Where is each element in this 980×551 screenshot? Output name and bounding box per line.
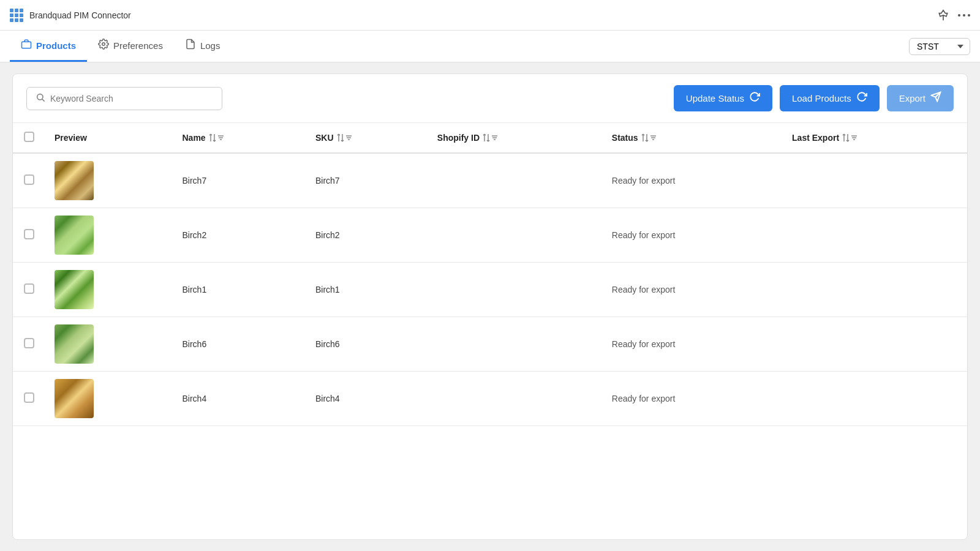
table-body: Birch7 Birch7 Ready for export Birch2 Bi…	[13, 153, 967, 426]
col-last-export: Last Export	[782, 123, 967, 153]
svg-line-7	[42, 99, 45, 102]
svg-rect-4	[22, 42, 31, 48]
update-status-label: Update Status	[686, 93, 744, 103]
load-products-button[interactable]: Load Products	[780, 85, 880, 111]
export-label: Export	[899, 93, 925, 103]
products-panel: Update Status Load Products	[12, 73, 968, 540]
svg-point-1	[958, 14, 960, 17]
row-preview-cell	[45, 372, 172, 426]
search-box[interactable]	[26, 87, 222, 110]
search-input[interactable]	[50, 94, 213, 103]
row-name-cell: Birch6	[172, 317, 305, 372]
topbar-left: Brandquad PIM Connector	[10, 9, 131, 22]
row-name-cell: Birch4	[172, 372, 305, 426]
svg-point-5	[102, 43, 105, 46]
row-status-cell: Ready for export	[602, 153, 782, 208]
svg-point-3	[968, 14, 970, 17]
select-all-checkbox[interactable]	[24, 132, 34, 142]
name-sort-filter[interactable]	[209, 133, 224, 142]
tab-products[interactable]: Products	[10, 31, 87, 62]
row-last-export-cell	[782, 208, 967, 263]
products-table-container: Preview Name	[13, 123, 967, 539]
products-table: Preview Name	[13, 123, 967, 426]
table-row: Birch4 Birch4 Ready for export	[13, 372, 967, 426]
table-row: Birch6 Birch6 Ready for export	[13, 317, 967, 372]
row-status-cell: Ready for export	[602, 317, 782, 372]
row-checkbox-cell	[13, 317, 45, 372]
update-status-icon	[749, 91, 760, 105]
toolbar-actions: Update Status Load Products	[674, 85, 954, 111]
col-status: Status	[602, 123, 782, 153]
tab-logs-label: Logs	[200, 40, 221, 51]
products-tab-icon	[21, 39, 32, 52]
tab-logs[interactable]: Logs	[174, 31, 232, 62]
row-sku-cell: Birch4	[306, 372, 428, 426]
row-sku-cell: Birch7	[306, 153, 428, 208]
product-thumbnail	[55, 270, 94, 309]
product-thumbnail	[55, 324, 94, 364]
export-icon	[930, 91, 941, 105]
col-checkbox	[13, 123, 45, 153]
topbar-right	[937, 9, 970, 21]
row-preview-cell	[45, 263, 172, 317]
col-preview: Preview	[45, 123, 172, 153]
row-checkbox-cell	[13, 153, 45, 208]
toolbar: Update Status Load Products	[13, 74, 967, 123]
nav-store-selector[interactable]: STST	[909, 31, 970, 62]
col-sku: SKU	[306, 123, 428, 153]
tab-preferences[interactable]: Preferences	[87, 31, 174, 62]
row-last-export-cell	[782, 263, 967, 317]
row-last-export-cell	[782, 372, 967, 426]
row-checkbox[interactable]	[24, 283, 34, 294]
shopify-id-sort-filter[interactable]	[483, 133, 498, 142]
store-dropdown[interactable]: STST	[909, 38, 970, 55]
row-shopify-id-cell	[428, 263, 602, 317]
row-checkbox[interactable]	[24, 338, 34, 348]
row-name-cell: Birch2	[172, 208, 305, 263]
row-checkbox[interactable]	[24, 229, 34, 239]
svg-point-6	[37, 94, 43, 99]
row-name-cell: Birch7	[172, 153, 305, 208]
row-checkbox[interactable]	[24, 392, 34, 403]
app-grid-icon	[10, 9, 23, 22]
more-options-button[interactable]	[958, 14, 970, 17]
product-thumbnail	[55, 161, 94, 200]
table-row: Birch2 Birch2 Ready for export	[13, 208, 967, 263]
table-row: Birch1 Birch1 Ready for export	[13, 263, 967, 317]
search-icon	[36, 92, 45, 105]
row-shopify-id-cell	[428, 208, 602, 263]
row-last-export-cell	[782, 153, 967, 208]
row-name-cell: Birch1	[172, 263, 305, 317]
tab-products-label: Products	[36, 40, 76, 51]
status-sort-filter[interactable]	[641, 133, 657, 142]
logs-tab-icon	[185, 39, 196, 52]
main-content: Update Status Load Products	[0, 62, 980, 551]
export-button[interactable]: Export	[887, 85, 954, 111]
row-status-cell: Ready for export	[602, 208, 782, 263]
last-export-sort-filter[interactable]	[842, 133, 858, 142]
row-checkbox-cell	[13, 263, 45, 317]
row-last-export-cell	[782, 317, 967, 372]
topbar: Brandquad PIM Connector	[0, 0, 980, 31]
row-preview-cell	[45, 153, 172, 208]
row-shopify-id-cell	[428, 153, 602, 208]
update-status-button[interactable]: Update Status	[674, 85, 772, 111]
preferences-tab-icon	[98, 39, 109, 52]
row-shopify-id-cell	[428, 317, 602, 372]
sku-sort-filter[interactable]	[337, 133, 352, 142]
svg-point-2	[963, 14, 965, 17]
tab-preferences-label: Preferences	[113, 40, 163, 51]
row-preview-cell	[45, 208, 172, 263]
col-name: Name	[172, 123, 305, 153]
row-status-cell: Ready for export	[602, 372, 782, 426]
row-checkbox-cell	[13, 208, 45, 263]
row-preview-cell	[45, 317, 172, 372]
row-checkbox[interactable]	[24, 174, 34, 185]
table-header-row: Preview Name	[13, 123, 967, 153]
row-checkbox-cell	[13, 372, 45, 426]
load-products-label: Load Products	[792, 93, 851, 103]
load-products-icon	[856, 91, 867, 105]
pin-button[interactable]	[937, 9, 949, 21]
col-shopify-id: Shopify ID	[428, 123, 602, 153]
row-status-cell: Ready for export	[602, 263, 782, 317]
